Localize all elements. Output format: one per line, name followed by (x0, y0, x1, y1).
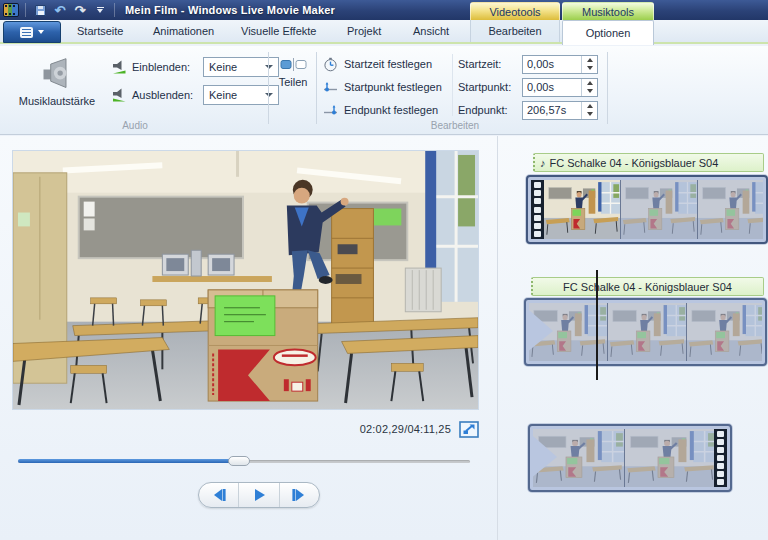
tab-ansicht[interactable]: Ansicht (400, 20, 462, 42)
previous-frame-button[interactable] (199, 483, 238, 507)
filmstrip-sprockets-icon (714, 429, 727, 487)
toolbar-separator (25, 3, 26, 17)
set-start-point-label: Startpunkt festlegen (344, 81, 442, 93)
titlebar: ↶ ↷ Mein Film - Windows Live Movie Maker… (0, 0, 768, 20)
timecode-row: 02:02,29/04:11,25 (12, 419, 479, 439)
next-frame-icon (289, 485, 309, 505)
speaker-icon (38, 56, 76, 92)
redo-icon[interactable]: ↷ (72, 3, 88, 18)
group-divider (607, 52, 608, 124)
seek-thumb[interactable] (228, 456, 250, 466)
split-button[interactable]: Teilen (272, 50, 314, 116)
contextual-header-videotools[interactable]: Videotools (470, 2, 560, 20)
fade-out-label: Ausblenden: (132, 89, 198, 101)
spin-down-icon[interactable] (582, 64, 597, 73)
movie-maker-app-icon[interactable] (3, 3, 19, 17)
set-start-point-button[interactable]: Startpunkt festlegen (320, 77, 445, 97)
quick-access-toolbar: ↶ ↷ (0, 3, 117, 18)
filmstrip-sprockets-icon (531, 180, 544, 239)
fullscreen-icon[interactable] (459, 421, 479, 438)
set-start-time-button[interactable]: Startzeit festlegen (320, 54, 435, 74)
play-button[interactable] (238, 483, 278, 507)
set-start-time-label: Startzeit festlegen (344, 58, 432, 70)
end-point-input[interactable] (523, 102, 581, 119)
ribbon-tabstrip: Startseite Animationen Visuelle Effekte … (0, 20, 768, 44)
toolbar-separator (114, 3, 115, 17)
set-end-point-label: Endpunkt festlegen (344, 104, 438, 116)
group-divider (316, 52, 317, 124)
undo-icon[interactable]: ↶ (52, 3, 68, 18)
movie-maker-window: ↶ ↷ Mein Film - Windows Live Movie Maker… (0, 0, 768, 540)
clip-3[interactable] (528, 424, 732, 492)
transport-controls (198, 482, 320, 508)
content-area: 02:02,29/04:11,25 (0, 136, 768, 540)
window-title: Mein Film - Windows Live Movie Maker (125, 4, 335, 16)
fade-in-speaker-icon (112, 59, 127, 75)
clip-2-frames (529, 303, 762, 361)
tab-visuelle-effekte[interactable]: Visuelle Effekte (228, 20, 329, 42)
clip-2[interactable] (524, 298, 767, 366)
split-label: Teilen (279, 76, 308, 88)
music-track-label[interactable]: FC Schalke 04 - Königsblauer S04 (531, 277, 764, 296)
save-icon[interactable] (32, 3, 48, 18)
end-point-spinner (581, 102, 597, 119)
set-start-time-icon (323, 57, 338, 72)
start-point-spinbox (522, 78, 598, 97)
clip-1[interactable] (526, 175, 768, 244)
timecode: 02:02,29/04:11,25 (360, 423, 451, 435)
spin-up-icon[interactable] (582, 102, 597, 111)
chevron-down-icon (38, 30, 44, 34)
customize-toolbar-icon[interactable] (92, 3, 108, 18)
spin-up-icon[interactable] (582, 56, 597, 65)
clip-1-frames (544, 180, 763, 239)
fade-out-row: Ausblenden: Keine (112, 84, 279, 105)
group-divider (452, 54, 453, 116)
seek-bar[interactable] (18, 455, 470, 467)
clip-3-frames (533, 429, 714, 487)
spin-down-icon[interactable] (582, 110, 597, 119)
music-track-title: FC Schalke 04 - Königsblauer S04 (563, 281, 732, 293)
end-point-label: Endpunkt: (458, 104, 522, 116)
music-note-icon: ♪ (540, 157, 546, 169)
fade-in-row: Einblenden: Keine (112, 56, 279, 77)
end-point-spinbox (522, 101, 598, 120)
split-clip-icon (280, 56, 307, 73)
start-time-input[interactable] (523, 56, 581, 73)
start-point-spinner (581, 79, 597, 96)
start-point-field-row: Startpunkt: (458, 77, 598, 97)
tab-animationen[interactable]: Animationen (140, 20, 227, 42)
previous-frame-icon (209, 485, 229, 505)
music-track-title: FC Schalke 04 - Königsblauer S04 (550, 157, 719, 169)
start-point-label: Startpunkt: (458, 81, 522, 93)
music-track-label[interactable]: ♪ FC Schalke 04 - Königsblauer S04 (533, 153, 764, 172)
start-time-field-row: Startzeit: (458, 54, 598, 74)
next-frame-button[interactable] (279, 483, 319, 507)
panel-divider (497, 136, 498, 540)
music-volume-button[interactable]: Musiklautstärke (8, 50, 106, 116)
video-preview[interactable] (12, 150, 479, 410)
music-volume-label: Musiklautstärke (19, 95, 95, 107)
fade-in-value: Keine (209, 61, 237, 73)
seek-progress (18, 459, 239, 463)
start-time-spinbox (522, 55, 598, 74)
spin-up-icon[interactable] (582, 79, 597, 88)
tab-bearbeiten[interactable]: Bearbeiten (470, 20, 560, 42)
fade-in-label: Einblenden: (132, 61, 198, 73)
tab-optionen[interactable]: Optionen (562, 20, 654, 45)
edit-group-label: Bearbeiten (330, 120, 580, 131)
ribbon: Musiklautstärke Einblenden: Keine Ausble… (0, 46, 768, 135)
tab-startseite[interactable]: Startseite (64, 20, 136, 42)
group-divider (268, 52, 269, 124)
fade-out-value: Keine (209, 89, 237, 101)
start-point-input[interactable] (523, 79, 581, 96)
play-icon (249, 485, 269, 505)
playhead[interactable] (596, 270, 598, 380)
set-end-point-button[interactable]: Endpunkt festlegen (320, 100, 441, 120)
set-start-point-icon (323, 80, 338, 95)
ribbon-menu-button[interactable] (3, 21, 61, 43)
fade-out-speaker-icon (112, 87, 127, 103)
tab-projekt[interactable]: Projekt (334, 20, 394, 42)
preview-frame-image (13, 151, 478, 409)
contextual-header-musiktools[interactable]: Musiktools (562, 2, 654, 20)
spin-down-icon[interactable] (582, 87, 597, 96)
